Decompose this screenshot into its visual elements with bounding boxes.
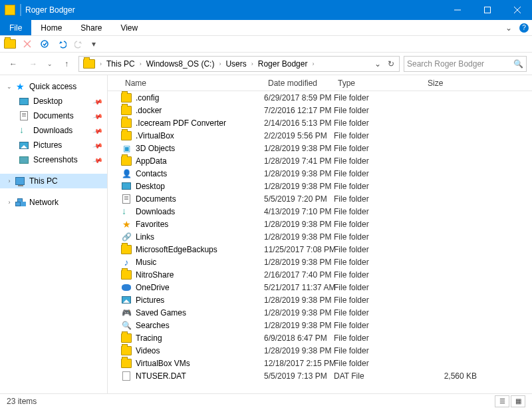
undo-button[interactable]: [55, 37, 69, 51]
desktop-icon: [19, 96, 29, 106]
address-bar[interactable]: › This PC › Windows8_OS (C:) › Users › R…: [78, 56, 400, 72]
file-row[interactable]: Documents5/5/2019 7:20 PMFile folder: [108, 192, 532, 205]
file-type: File folder: [334, 333, 424, 343]
column-size[interactable]: Size: [424, 79, 490, 88]
tree-label: Desktop: [31, 97, 63, 106]
menu-share[interactable]: Share: [71, 20, 111, 35]
up-button[interactable]: ↑: [59, 56, 74, 72]
desktop-icon: [121, 181, 132, 192]
file-row[interactable]: MicrosoftEdgeBackups11/25/2017 7:08 PMFi…: [108, 243, 532, 256]
close-button[interactable]: [502, 0, 532, 20]
tree-this-pc[interactable]: › This PC: [0, 174, 107, 188]
star-icon: ★: [121, 219, 132, 230]
qat-customize-button[interactable]: ▾: [89, 37, 98, 51]
file-row[interactable]: 🔍Searches1/28/2019 9:38 PMFile folder: [108, 319, 532, 331]
sidebar-item[interactable]: Pictures📌: [0, 138, 107, 152]
file-row[interactable]: ★Favorites1/28/2019 9:38 PMFile folder: [108, 218, 532, 230]
file-type: File folder: [334, 106, 424, 115]
chevron-right-icon[interactable]: ›: [249, 61, 255, 67]
scr-icon: [19, 154, 29, 165]
tree-label: Pictures: [31, 140, 62, 150]
item-count: 23 items: [7, 397, 37, 406]
ribbon-expand-button[interactable]: ⌄: [501, 20, 516, 35]
file-rows[interactable]: .config6/29/2017 8:59 PMFile folder.dock…: [108, 91, 532, 393]
new-folder-button[interactable]: [3, 37, 17, 51]
column-name[interactable]: Name: [121, 79, 264, 88]
tree-quick-access[interactable]: ⌄ ★ Quick access: [0, 79, 107, 94]
chevron-right-icon[interactable]: ›: [310, 61, 316, 67]
file-row[interactable]: NTUSER.DAT5/5/2019 7:13 PMDAT File2,560 …: [108, 369, 532, 382]
refresh-button[interactable]: ↻: [384, 57, 398, 71]
file-row[interactable]: .docker7/2/2016 12:17 PMFile folder: [108, 104, 532, 116]
file-row[interactable]: .Icecream PDF Converter2/14/2016 5:13 PM…: [108, 116, 532, 129]
file-name: Pictures: [132, 296, 264, 305]
file-name: Tracing: [132, 333, 264, 343]
file-row[interactable]: Pictures1/28/2019 9:38 PMFile folder: [108, 294, 532, 306]
file-row[interactable]: AppData1/28/2019 7:41 PMFile folder: [108, 154, 532, 167]
forward-button[interactable]: →: [25, 56, 41, 72]
address-dropdown-button[interactable]: ⌄: [371, 57, 384, 71]
tree-label: Documents: [31, 111, 74, 120]
cut-button[interactable]: [20, 37, 35, 51]
chevron-right-icon[interactable]: ›: [98, 61, 104, 67]
file-row[interactable]: Videos1/28/2019 9:38 PMFile folder: [108, 344, 532, 357]
properties-button[interactable]: [37, 37, 52, 51]
file-name: Music: [132, 258, 264, 267]
tree-label: Downloads: [31, 126, 72, 135]
search-icon: 🔍: [513, 59, 523, 69]
menu-file[interactable]: File: [0, 20, 31, 35]
collapse-icon[interactable]: ⌄: [5, 83, 13, 90]
file-row[interactable]: 🎮Saved Games1/28/2019 9:38 PMFile folder: [108, 306, 532, 319]
maximize-button[interactable]: [472, 0, 502, 20]
file-row[interactable]: .VirtualBox2/2/2019 5:56 PMFile folder: [108, 129, 532, 142]
file-type: File folder: [334, 359, 424, 368]
menu-view[interactable]: View: [111, 20, 147, 35]
breadcrumb-drive[interactable]: Windows8_OS (C:): [144, 59, 217, 69]
navigation-pane[interactable]: ⌄ ★ Quick access Desktop📌Documents📌Downl…: [0, 75, 108, 393]
address-icon: [80, 59, 98, 69]
chevron-right-icon[interactable]: ›: [138, 61, 144, 67]
file-row[interactable]: 🔗Links1/28/2019 9:38 PMFile folder: [108, 230, 532, 243]
sidebar-item[interactable]: Documents📌: [0, 108, 107, 123]
file-name: AppData: [132, 156, 264, 166]
file-row[interactable]: VirtualBox VMs12/18/2017 2:15 PMFile fol…: [108, 357, 532, 369]
minimize-button[interactable]: [442, 0, 472, 20]
breadcrumb-users[interactable]: Users: [223, 59, 249, 69]
file-row[interactable]: OneDrive5/21/2017 11:37 AMFile folder: [108, 281, 532, 294]
file-row[interactable]: NitroShare2/16/2017 7:40 PMFile folder: [108, 268, 532, 281]
menu-home[interactable]: Home: [31, 20, 71, 35]
file-row[interactable]: .config6/29/2017 8:59 PMFile folder: [108, 91, 532, 104]
breadcrumb-current[interactable]: Roger Bodger: [255, 59, 311, 69]
file-row[interactable]: Desktop1/28/2019 9:38 PMFile folder: [108, 180, 532, 192]
file-row[interactable]: Downloads4/13/2019 7:10 PMFile folder: [108, 205, 532, 218]
details-view-button[interactable]: ☰: [495, 395, 509, 407]
file-row[interactable]: 👤Contacts1/28/2019 9:38 PMFile folder: [108, 167, 532, 180]
expand-icon[interactable]: ›: [5, 199, 13, 206]
tree-network[interactable]: › Network: [0, 195, 107, 210]
file-name: VirtualBox VMs: [132, 359, 264, 368]
file-row[interactable]: Tracing6/9/2018 6:47 PMFile folder: [108, 331, 532, 344]
thumbnails-view-button[interactable]: ▦: [511, 395, 525, 407]
file-row[interactable]: ▣3D Objects1/28/2019 9:38 PMFile folder: [108, 142, 532, 154]
expand-icon[interactable]: ›: [5, 178, 13, 184]
help-button[interactable]: ?: [516, 20, 532, 35]
title-bar: Roger Bodger: [0, 0, 532, 20]
back-button[interactable]: ←: [5, 56, 21, 72]
sidebar-item[interactable]: Screenshots📌: [0, 152, 107, 167]
sidebar-item[interactable]: Desktop📌: [0, 94, 107, 108]
search-box[interactable]: 🔍: [404, 56, 527, 72]
column-type[interactable]: Type: [334, 79, 424, 88]
file-name: NitroShare: [132, 270, 264, 280]
file-date: 1/28/2019 9:38 PM: [264, 296, 334, 305]
history-dropdown[interactable]: ⌄: [45, 56, 55, 72]
ribbon-tabs: File Home Share View ⌄ ?: [0, 20, 532, 36]
sidebar-item[interactable]: Downloads📌: [0, 123, 107, 138]
file-row[interactable]: ♪Music1/28/2019 9:38 PMFile folder: [108, 256, 532, 268]
chevron-right-icon[interactable]: ›: [217, 61, 223, 67]
search-input[interactable]: [407, 59, 513, 69]
column-date[interactable]: Date modified: [264, 79, 334, 88]
tree-label: This PC: [27, 176, 58, 186]
breadcrumb-this-pc[interactable]: This PC: [104, 59, 138, 69]
file-date: 11/25/2017 7:08 PM: [264, 245, 334, 254]
redo-button[interactable]: [72, 37, 86, 51]
